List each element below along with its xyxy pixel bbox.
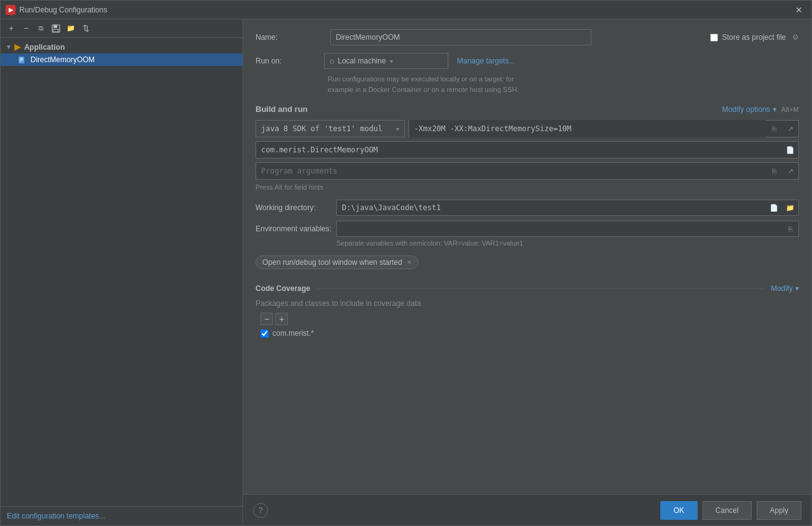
gear-icon[interactable]: ⚙: [792, 33, 799, 42]
coverage-title: Code Coverage: [256, 284, 310, 293]
sidebar: + − ⧉ 📁 ⇅ ▼ ▶: [1, 19, 243, 525]
main-class-field: 📄: [256, 141, 799, 159]
open-window-tag: Open run/debug tool window when started …: [256, 256, 418, 269]
name-left: Name:: [256, 29, 591, 45]
working-dir-row: Working directory: 📄 📁: [256, 200, 799, 216]
dialog-actions: OK Cancel Apply: [660, 501, 801, 520]
working-dir-label: Working directory:: [256, 203, 336, 212]
title-bar: ▶ Run/Debug Configurations ✕: [1, 1, 811, 19]
coverage-controls: − +: [261, 313, 799, 325]
shortcut-label: Alt+M: [782, 106, 799, 113]
coverage-desc: Packages and classes to include in cover…: [256, 299, 799, 308]
vm-options-field: ⎘ ↗: [408, 120, 799, 137]
tree-item-direct-memory-oom[interactable]: DirectMemoryOOM: [1, 53, 242, 66]
coverage-item: com.merist.*: [261, 329, 799, 338]
config-tree: ▼ ▶ Application Di: [1, 38, 242, 506]
copy-config-button[interactable]: ⧉: [34, 22, 48, 35]
coverage-remove-button[interactable]: −: [261, 313, 273, 325]
working-dir-folder-icon[interactable]: 📁: [783, 201, 797, 215]
add-config-button[interactable]: +: [4, 22, 18, 35]
env-field: ⎘: [336, 221, 799, 237]
sidebar-footer: Edit configuration templates...: [1, 506, 242, 525]
name-input[interactable]: [330, 29, 591, 45]
build-run-title: Build and run: [256, 104, 308, 114]
field-hint-text: Press Alt for field hints: [256, 183, 799, 191]
working-dir-input[interactable]: [337, 201, 766, 214]
modify-options-button[interactable]: Modify options ▾ Alt+M: [722, 105, 799, 114]
modify-dropdown-icon: ▾: [795, 284, 799, 293]
right-panel: Name: Store as project file ⚙ Run on: ⌂ …: [243, 19, 811, 525]
env-input[interactable]: [337, 223, 782, 235]
store-project-section: Store as project file ⚙: [710, 33, 799, 42]
java-sdk-row: java 8 SDK of 'test1' modul ▾ ⎘ ↗: [256, 120, 799, 137]
program-args-field: ⎘ ↗: [256, 162, 799, 180]
name-row: Name: Store as project file ⚙: [256, 29, 799, 45]
working-dir-file-icon[interactable]: 📄: [767, 201, 781, 215]
program-args-copy-icon[interactable]: ⎘: [767, 164, 781, 178]
sort-button[interactable]: ⇅: [79, 22, 93, 35]
working-dir-field: 📄 📁: [336, 200, 799, 216]
store-project-checkbox[interactable]: [710, 34, 718, 42]
coverage-item-checkbox[interactable]: [261, 330, 269, 338]
env-edit-icon[interactable]: ⎘: [783, 222, 797, 236]
coverage-header: Code Coverage Modify ▾: [256, 284, 799, 293]
local-machine-label: Local machine: [338, 57, 385, 65]
apply-button[interactable]: Apply: [757, 501, 801, 520]
chevron-down-small-icon: ▾: [773, 105, 777, 114]
run-on-row: Run on: ⌂ Local machine ▾ Manage targets…: [256, 53, 799, 69]
env-row: Environment variables: ⎘: [256, 221, 799, 237]
coverage-divider: [316, 288, 765, 289]
remove-config-button[interactable]: −: [19, 22, 33, 35]
bottom-bar: ? OK Cancel Apply: [243, 494, 811, 525]
coverage-modify-button[interactable]: Modify ▾: [771, 284, 799, 293]
close-button[interactable]: ✕: [791, 4, 806, 16]
run-debug-dialog: ▶ Run/Debug Configurations ✕ + − ⧉ 📁 ⇅: [0, 0, 812, 526]
ok-button[interactable]: OK: [660, 501, 697, 520]
program-args-expand-icon[interactable]: ↗: [783, 164, 797, 178]
name-label: Name:: [256, 33, 324, 42]
tree-group-label: Application: [24, 43, 65, 52]
tree-item-label: DirectMemoryOOM: [30, 55, 95, 64]
config-item-icon: [18, 55, 27, 64]
svg-rect-2: [53, 29, 58, 32]
main-class-input[interactable]: [256, 143, 782, 157]
env-hint-text: Separate variables with semicolon: VAR=v…: [336, 239, 799, 247]
run-on-label: Run on:: [256, 57, 324, 65]
home-icon: ⌂: [330, 57, 334, 65]
app-icon: ▶: [6, 5, 16, 15]
main-content: + − ⧉ 📁 ⇅ ▼ ▶: [1, 19, 811, 525]
sidebar-toolbar: + − ⧉ 📁 ⇅: [1, 19, 242, 38]
main-class-file-icon[interactable]: 📄: [783, 143, 797, 157]
open-window-label: Open run/debug tool window when started: [262, 258, 402, 267]
coverage-item-label: com.merist.*: [272, 329, 314, 338]
help-button[interactable]: ?: [253, 503, 268, 518]
dropdown-arrow-icon: ▾: [390, 58, 393, 65]
coverage-add-button[interactable]: +: [275, 313, 288, 325]
sdk-dropdown-icon: ▾: [396, 126, 399, 132]
vm-options-expand-icon[interactable]: ↗: [783, 122, 797, 136]
edit-templates-link[interactable]: Edit configuration templates...: [7, 512, 105, 520]
manage-targets-link[interactable]: Manage targets...: [457, 57, 515, 65]
program-args-input[interactable]: [256, 164, 766, 178]
java-sdk-dropdown[interactable]: java 8 SDK of 'test1' modul ▾: [256, 120, 405, 137]
run-on-dropdown[interactable]: ⌂ Local machine ▾: [324, 53, 448, 69]
run-description: Run configurations may be executed local…: [328, 74, 799, 95]
right-content: Name: Store as project file ⚙ Run on: ⌂ …: [243, 19, 811, 494]
tree-group-application: ▼ ▶ Application Di: [1, 40, 242, 66]
save-config-button[interactable]: [49, 22, 63, 35]
cancel-button[interactable]: Cancel: [703, 501, 752, 520]
svg-rect-1: [53, 25, 57, 28]
remove-tag-button[interactable]: ×: [407, 258, 412, 267]
code-coverage-section: Code Coverage Modify ▾ Packages and clas…: [256, 284, 799, 338]
env-label: Environment variables:: [256, 224, 336, 233]
java-sdk-value: java 8 SDK of 'test1' modul: [261, 124, 382, 133]
dialog-title: Run/Debug Configurations: [19, 6, 791, 14]
open-folder-button[interactable]: 📁: [64, 22, 78, 35]
store-project-label: Store as project file: [722, 33, 786, 42]
build-run-header: Build and run Modify options ▾ Alt+M: [256, 104, 799, 114]
vm-options-copy-icon[interactable]: ⎘: [767, 122, 781, 136]
chevron-down-icon: ▼: [6, 44, 12, 50]
application-icon: ▶: [14, 42, 21, 52]
tree-group-header[interactable]: ▼ ▶ Application: [1, 40, 242, 53]
vm-options-input[interactable]: [409, 120, 766, 137]
